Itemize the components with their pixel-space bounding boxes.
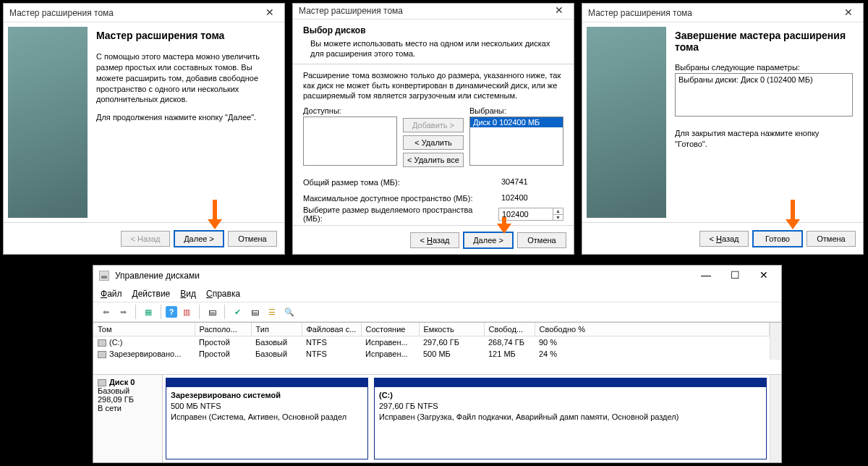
available-label: Доступны: (303, 106, 397, 115)
col-fs[interactable]: Файловая с... (302, 323, 361, 336)
close-icon[interactable]: ✕ (549, 4, 569, 18)
search-icon[interactable]: 🔍 (281, 304, 297, 320)
disk-info-panel[interactable]: Диск 0 Базовый 298,09 ГБ В сети (93, 375, 163, 462)
titlebar[interactable]: Мастер расширения тома ✕ (4, 4, 284, 22)
selected-disk-item[interactable]: Диск 0 102400 МБ (470, 117, 563, 127)
back-button: < Назад (121, 231, 170, 247)
add-button: Добавить > (403, 118, 464, 132)
max-space-label: Максимальное доступное пространство (МБ)… (303, 194, 494, 203)
volume-icon (98, 351, 106, 358)
select-size-input[interactable]: 102400 ▲▼ (498, 208, 563, 221)
next-button[interactable]: Далее > (464, 232, 513, 248)
disk-management-window: Управление дисками — ☐ ✕ Файл Действие В… (93, 265, 782, 463)
scrollbar[interactable] (770, 323, 781, 360)
menu-action[interactable]: Действие (132, 289, 171, 299)
col-freepct[interactable]: Свободно % (535, 323, 770, 336)
table-row[interactable]: Зарезервировано... Простой Базовый NTFS … (93, 348, 770, 360)
scrollbar[interactable] (770, 375, 781, 462)
window-title: Управление дисками (115, 271, 692, 281)
total-size-value: 304741 (498, 176, 563, 189)
total-size-label: Общий размер тома (МБ): (303, 178, 494, 187)
remove-button[interactable]: < Удалить (403, 135, 464, 150)
refresh-icon[interactable]: ▦ (140, 304, 156, 320)
partition-reserved[interactable]: Зарезервировано системой 500 МБ NTFS Исп… (166, 378, 368, 459)
col-volume[interactable]: Том (93, 323, 195, 336)
window-title: Мастер расширения тома (9, 8, 260, 18)
list-icon[interactable]: ☰ (264, 304, 280, 320)
menubar: Файл Действие Вид Справка (93, 286, 781, 302)
titlebar[interactable]: Мастер расширения тома ✕ (293, 4, 574, 20)
col-capacity[interactable]: Емкость (419, 323, 484, 336)
titlebar[interactable]: Управление дисками — ☐ ✕ (93, 266, 781, 286)
page-subheading: Вы можете использовать место на одном ил… (310, 38, 563, 59)
wizard-continue-hint: Для продолжения нажмите кнопку "Далее". (96, 112, 274, 123)
minimize-button[interactable]: — (692, 267, 720, 284)
help-icon[interactable]: ? (166, 306, 177, 318)
maximize-button[interactable]: ☐ (720, 267, 749, 284)
remove-all-button[interactable]: < Удалить все (403, 153, 464, 167)
wizard-extend-intro: Мастер расширения тома ✕ Мастер расширен… (3, 3, 285, 255)
col-layout[interactable]: Располо... (195, 323, 251, 336)
table-row[interactable]: (C:) Простой Базовый NTFS Исправен... 29… (93, 336, 770, 349)
selected-listbox[interactable]: Диск 0 102400 МБ (469, 116, 563, 166)
close-icon[interactable]: ✕ (260, 6, 280, 20)
page-heading: Выбор дисков (303, 25, 563, 35)
annotation-arrow-head (208, 219, 222, 229)
toolbar: ⬅ ➡ ▦ ? ▥ 🖴 ✔ 🖴 ☰ 🔍 (93, 302, 781, 322)
wizard-intro-text: С помощью этого мастера можно увеличить … (96, 51, 274, 105)
disk-map: Диск 0 Базовый 298,09 ГБ В сети Зарезерв… (93, 374, 781, 462)
select-size-label: Выберите размер выделяемого пространства… (303, 206, 494, 223)
nav-back-icon[interactable]: ⬅ (98, 304, 114, 320)
finish-button[interactable]: Готово (753, 231, 802, 247)
selected-label: Выбраны: (469, 106, 563, 115)
finish-hint: Для закрытия мастера нажмите кнопку "Гот… (675, 128, 853, 150)
available-listbox[interactable] (303, 116, 397, 166)
close-button[interactable]: ✕ (749, 267, 778, 284)
disk-icon (98, 379, 106, 386)
connect-icon[interactable]: 🖴 (204, 304, 220, 320)
col-free[interactable]: Свобод... (484, 323, 535, 336)
properties-icon[interactable]: ▥ (179, 304, 195, 320)
col-type[interactable]: Тип (251, 323, 302, 336)
wizard-heading: Завершение мастера расширения тома (675, 30, 853, 53)
window-title: Мастер расширения тома (299, 6, 549, 16)
wizard-graphic (8, 27, 88, 218)
check-icon[interactable]: ✔ (229, 304, 245, 320)
close-icon[interactable]: ✕ (838, 6, 859, 20)
wizard-graphic (587, 27, 666, 218)
window-title: Мастер расширения тома (588, 8, 838, 18)
disk-icon[interactable]: 🖴 (247, 304, 263, 320)
titlebar[interactable]: Мастер расширения тома ✕ (582, 4, 863, 22)
annotation-arrow-head (497, 224, 511, 234)
next-button[interactable]: Далее > (174, 231, 224, 247)
cancel-button[interactable]: Отмена (807, 231, 856, 247)
wizard-heading: Мастер расширения тома (96, 30, 274, 41)
menu-help[interactable]: Справка (206, 289, 240, 299)
max-space-value: 102400 (498, 192, 563, 205)
menu-file[interactable]: Файл (101, 289, 122, 299)
warning-text: Расширение тома возможно только до разме… (303, 70, 563, 101)
size-spinner[interactable]: ▲▼ (553, 208, 563, 220)
back-button[interactable]: < Назад (410, 232, 459, 248)
volume-icon (98, 339, 106, 347)
wizard-extend-finish: Мастер расширения тома ✕ Завершение маст… (582, 3, 864, 255)
annotation-arrow (791, 200, 795, 220)
grid-header-row: Том Располо... Тип Файловая с... Состоян… (93, 323, 770, 336)
menu-view[interactable]: Вид (180, 289, 196, 299)
col-state[interactable]: Состояние (361, 323, 419, 336)
partition-c[interactable]: (C:) 297,60 ГБ NTFS Исправен (Загрузка, … (374, 378, 767, 459)
params-box: Выбраны диски: Диск 0 (102400 МБ) (675, 73, 853, 116)
annotation-arrow-head (786, 219, 800, 229)
back-button[interactable]: < Назад (699, 231, 749, 247)
wizard-extend-disks: Мастер расширения тома ✕ Выбор дисков Вы… (292, 3, 574, 255)
app-icon (99, 271, 109, 281)
cancel-button[interactable]: Отмена (517, 232, 566, 248)
volume-grid: Том Располо... Тип Файловая с... Состоян… (93, 322, 781, 360)
annotation-arrow (213, 200, 217, 220)
params-label: Выбраны следующие параметры: (675, 63, 853, 72)
cancel-button[interactable]: Отмена (228, 231, 277, 247)
nav-forward-icon[interactable]: ➡ (115, 304, 131, 320)
